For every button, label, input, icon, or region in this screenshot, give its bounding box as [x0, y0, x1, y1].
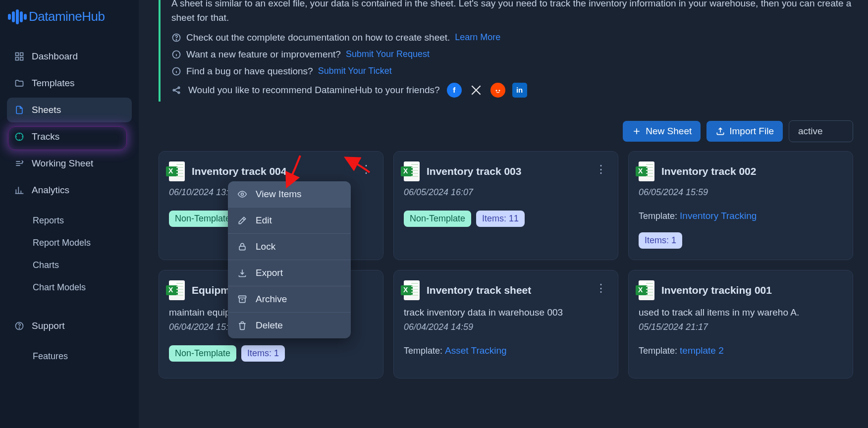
svg-point-14 — [495, 90, 497, 91]
info-bug-text: Find a bug or have questions? — [186, 66, 313, 77]
ctx-archive[interactable]: Archive — [228, 286, 351, 313]
sheet-description: track inventory data in warehouse 003 — [404, 306, 608, 320]
svg-rect-1 — [20, 53, 23, 56]
reddit-icon[interactable] — [490, 83, 505, 98]
share-icon — [171, 85, 181, 95]
sheet-date: 06/05/2024 15:59 — [639, 187, 843, 198]
brand-logo[interactable]: DatamineHub — [0, 9, 139, 44]
info-feature-text: Want a new feature or improvement? — [186, 49, 341, 60]
submit-request-link[interactable]: Submit Your Request — [346, 49, 430, 59]
sidebar-sub-charts[interactable]: Charts — [33, 254, 132, 276]
annotation-arrow-right — [347, 158, 372, 179]
sheet-date: 06/04/2024 14:59 — [404, 322, 608, 332]
sheet-description: used to track all items in my wareho A. — [639, 306, 843, 320]
items-badge: Items: 1 — [241, 345, 285, 362]
ctx-lock[interactable]: Lock — [228, 234, 351, 260]
excel-file-icon — [404, 161, 420, 181]
sidebar-sub-features[interactable]: Features — [33, 345, 132, 368]
ctx-label: Delete — [256, 320, 283, 331]
sidebar-sub-reports[interactable]: Reports — [33, 210, 132, 232]
template-label: Template: — [639, 211, 680, 221]
trash-icon — [237, 320, 248, 331]
status-filter-value: active — [798, 126, 823, 136]
working-sheet-icon — [14, 158, 25, 169]
brand-name: DatamineHub — [29, 9, 105, 24]
non-template-badge: Non-Template — [169, 345, 236, 362]
sheet-title: Inventory track 004 — [192, 165, 286, 177]
sidebar-item-templates[interactable]: Templates — [7, 71, 132, 96]
dashboard-icon — [14, 51, 25, 62]
help-icon — [14, 321, 25, 331]
sidebar-sub-report-models[interactable]: Report Models — [33, 232, 132, 254]
sidebar-item-support[interactable]: Support — [7, 314, 132, 338]
ctx-label: Export — [256, 268, 283, 278]
excel-file-icon — [169, 280, 185, 300]
archive-icon — [237, 294, 248, 305]
sidebar-sub-chart-models[interactable]: Chart Models — [33, 276, 132, 299]
status-filter-select[interactable]: active — [789, 120, 853, 142]
lock-icon — [237, 241, 248, 252]
sidebar-item-tracks[interactable]: Tracks — [7, 124, 132, 149]
ctx-edit[interactable]: Edit — [228, 208, 351, 234]
non-template-badge: Non-Template — [404, 211, 471, 227]
svg-rect-3 — [20, 57, 23, 60]
help-circle-icon — [171, 33, 181, 43]
svg-point-8 — [176, 39, 176, 40]
sheet-title: Inventory track 003 — [427, 165, 521, 177]
facebook-icon[interactable]: f — [447, 83, 462, 98]
items-badge: Items: 11 — [476, 211, 525, 227]
upload-icon — [715, 126, 725, 136]
svg-point-15 — [498, 90, 500, 91]
submit-ticket-link[interactable]: Submit Your Ticket — [318, 66, 392, 76]
svg-rect-2 — [16, 57, 19, 60]
excel-file-icon — [404, 280, 420, 300]
ctx-label: Archive — [256, 294, 287, 305]
sidebar: DatamineHub Dashboard Templates Sheets T… — [0, 0, 139, 428]
excel-file-icon — [639, 280, 654, 300]
x-twitter-icon[interactable] — [469, 83, 484, 98]
sidebar-item-label: Sheets — [32, 105, 61, 115]
svg-rect-0 — [16, 53, 19, 56]
sidebar-item-label: Tracks — [32, 131, 59, 142]
sidebar-item-analytics[interactable]: Analytics — [7, 178, 132, 203]
linkedin-icon[interactable]: in — [512, 83, 527, 98]
card-context-menu: View Items Edit Lock Export Archive Dele… — [228, 181, 351, 338]
template-link[interactable]: template 2 — [680, 345, 724, 356]
sidebar-item-dashboard[interactable]: Dashboard — [7, 44, 132, 69]
template-link[interactable]: Asset Tracking — [445, 345, 507, 356]
sheet-card[interactable]: Inventory tracking 001 used to track all… — [628, 270, 853, 379]
learn-more-link[interactable]: Learn More — [455, 32, 500, 43]
new-sheet-button[interactable]: New Sheet — [623, 121, 701, 142]
ctx-label: View Items — [256, 189, 302, 200]
template-label: Template: — [404, 346, 445, 356]
sidebar-item-label: Analytics — [32, 185, 69, 196]
ctx-delete[interactable]: Delete — [228, 313, 351, 338]
info-doc-text: Check out the complete documentation on … — [186, 32, 450, 43]
sheet-date: 05/15/2024 21:17 — [639, 322, 843, 332]
template-label: Template: — [639, 346, 680, 356]
info-icon — [171, 50, 181, 59]
template-link[interactable]: Inventory Tracking — [680, 211, 757, 221]
sidebar-item-label: Dashboard — [32, 51, 78, 62]
info-doc-row: Check out the complete documentation on … — [171, 32, 853, 43]
svg-point-16 — [241, 193, 244, 196]
svg-point-13 — [178, 92, 179, 93]
sheet-card[interactable]: Inventory track 003 ⋮ 06/05/2024 16:07 N… — [393, 151, 618, 260]
items-badge: Items: 1 — [639, 232, 682, 249]
svg-point-12 — [178, 87, 179, 88]
target-icon — [14, 131, 25, 142]
import-file-label: Import File — [729, 126, 774, 137]
sheet-card[interactable]: Inventory track sheet ⋮ track inventory … — [393, 270, 618, 379]
card-more-button[interactable]: ⋮ — [594, 281, 608, 295]
card-more-button[interactable]: ⋮ — [594, 162, 608, 176]
plus-icon — [632, 126, 642, 136]
ctx-export[interactable]: Export — [228, 260, 351, 286]
sidebar-item-working-sheet[interactable]: Working Sheet — [7, 151, 132, 176]
sidebar-item-sheets[interactable]: Sheets — [7, 98, 132, 122]
eye-icon — [237, 189, 248, 200]
non-template-badge: Non-Template — [169, 211, 236, 227]
import-file-button[interactable]: Import File — [706, 121, 783, 142]
file-icon — [14, 105, 25, 115]
info-feature-row: Want a new feature or improvement? Submi… — [171, 49, 853, 60]
sheet-card[interactable]: Inventory track 002 06/05/2024 15:59 Tem… — [628, 151, 853, 260]
